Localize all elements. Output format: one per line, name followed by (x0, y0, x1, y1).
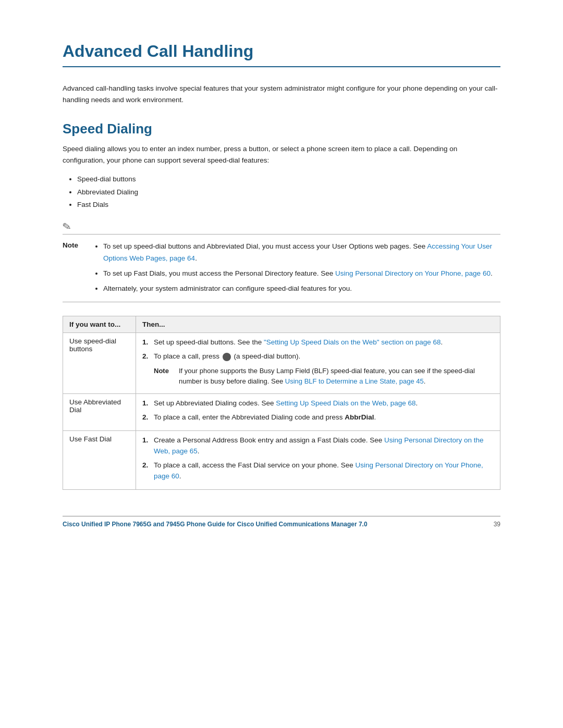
step-text: To place a call, access the Fast Dial se… (154, 460, 494, 482)
inner-note-text: If your phone supports the Busy Lamp Fie… (179, 366, 494, 387)
step-2-2: 2. To place a call, enter the Abbreviate… (142, 412, 494, 423)
step-num: 2. (142, 412, 151, 423)
col-header-if: If you want to... (63, 316, 136, 333)
intro-text: Advanced call-handling tasks involve spe… (63, 83, 500, 105)
section-title: Speed Dialing (63, 121, 500, 137)
note-bullet-3: Alternately, your system administrator c… (103, 283, 500, 294)
footer-page: 39 (494, 521, 500, 528)
table-header-row: If you want to... Then... (63, 316, 500, 333)
row-content-speed-dial: 1. Set up speed-dial buttons. See the "S… (136, 333, 500, 394)
bullet-item: Abbreviated Dialing (77, 186, 500, 199)
step-text: To place a call, enter the Abbreviated D… (154, 412, 376, 423)
speed-dial-button-icon (223, 353, 231, 361)
table-row: Use Fast Dial 1. Create a Personal Addre… (63, 431, 500, 490)
step-num: 2. (142, 351, 151, 362)
col-header-then: Then... (136, 316, 500, 333)
personal-dir-phone-link[interactable]: Using Personal Directory on Your Phone, … (154, 461, 483, 480)
row-label-fast: Use Fast Dial (63, 431, 136, 490)
feature-bullets: Speed-dial buttons Abbreviated Dialing F… (77, 173, 500, 211)
note-bullet-1-before: To set up speed-dial buttons and Abbrevi… (103, 242, 427, 250)
abbr-dial-bold: AbbrDial (345, 413, 374, 421)
step-num: 2. (142, 460, 151, 471)
note-bullet-2-before: To set up Fast Dials, you must access th… (103, 269, 335, 277)
step-num: 1. (142, 337, 151, 348)
page-footer: Cisco Unified IP Phone 7965G and 7945G P… (63, 516, 500, 528)
step-2-1: 1. Set up Abbreviated Dialing codes. See… (142, 398, 494, 409)
note-bullet-2-after: . (491, 269, 493, 277)
note-row: Note To set up speed-dial buttons and Ab… (63, 241, 500, 294)
row-label-speed-dial: Use speed-dial buttons (63, 333, 136, 394)
inner-note-blf: Note If your phone supports the Busy Lam… (154, 366, 494, 387)
note-bullets-list: To set up speed-dial buttons and Abbrevi… (103, 241, 500, 294)
step-3-2: 2. To place a call, access the Fast Dial… (142, 460, 494, 482)
bullet-item: Speed-dial buttons (77, 173, 500, 186)
speed-dial-web-link[interactable]: "Setting Up Speed Dials on the Web" sect… (264, 338, 441, 346)
row-content-fast: 1. Create a Personal Address Book entry … (136, 431, 500, 490)
section-intro: Speed dialing allows you to enter an ind… (63, 143, 500, 166)
step-text: Set up speed-dial buttons. See the "Sett… (154, 337, 443, 348)
table-row: Use Abbreviated Dial 1. Set up Abbreviat… (63, 394, 500, 431)
note-box: Note To set up speed-dial buttons and Ab… (63, 234, 500, 302)
speed-dial-table: If you want to... Then... Use speed-dial… (63, 316, 500, 490)
bullet-item: Fast Dials (77, 199, 500, 211)
pencil-icon: ✎ (62, 220, 72, 234)
fast-dial-steps: 1. Create a Personal Address Book entry … (142, 435, 494, 482)
page-title: Advanced Call Handling (63, 42, 500, 61)
step-num: 1. (142, 435, 151, 446)
step-text: Create a Personal Address Book entry and… (154, 435, 494, 457)
step-num: 1. (142, 398, 151, 409)
speed-dial-steps: 1. Set up speed-dial buttons. See the "S… (142, 337, 494, 362)
note-icon-wrapper: ✎ (63, 220, 500, 234)
note-bullet-1-after: . (195, 254, 197, 262)
step-3-1: 1. Create a Personal Address Book entry … (142, 435, 494, 457)
note-link-2[interactable]: Using Personal Directory on Your Phone, … (335, 269, 491, 277)
table-row: Use speed-dial buttons 1. Set up speed-d… (63, 333, 500, 394)
step-text: To place a call, press (a speed-dial but… (154, 351, 300, 362)
blf-link[interactable]: Using BLF to Determine a Line State, pag… (285, 377, 424, 385)
step-text: Set up Abbreviated Dialing codes. See Se… (154, 398, 418, 409)
inner-note-label: Note (154, 366, 175, 376)
abbr-web-link[interactable]: Setting Up Speed Dials on the Web, page … (276, 399, 415, 407)
note-bullet-1: To set up speed-dial buttons and Abbrevi… (103, 241, 500, 264)
step-1-2: 2. To place a call, press (a speed-dial … (142, 351, 494, 362)
row-content-abbr: 1. Set up Abbreviated Dialing codes. See… (136, 394, 500, 431)
note-bullet-3-text: Alternately, your system administrator c… (103, 285, 352, 292)
footer-title: Cisco Unified IP Phone 7965G and 7945G P… (63, 521, 368, 528)
abbr-dial-steps: 1. Set up Abbreviated Dialing codes. See… (142, 398, 494, 423)
note-bullet-2: To set up Fast Dials, you must access th… (103, 268, 500, 279)
row-label-abbr: Use Abbreviated Dial (63, 394, 136, 431)
personal-dir-web-link[interactable]: Using Personal Directory on the Web, pag… (154, 436, 484, 455)
title-rule (63, 66, 500, 67)
note-label: Note (63, 241, 94, 249)
step-1-1: 1. Set up speed-dial buttons. See the "S… (142, 337, 494, 348)
